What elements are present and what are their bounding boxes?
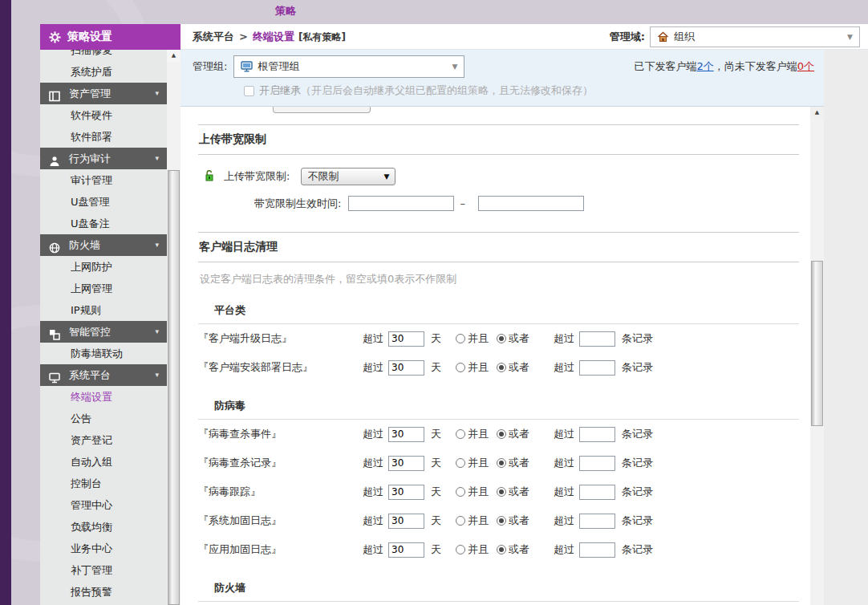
sidebar-item-16[interactable]: 终端设置 bbox=[40, 386, 167, 408]
or-radio[interactable] bbox=[497, 487, 506, 497]
sidebar-group-2[interactable]: 资产管理▾ bbox=[40, 83, 167, 104]
sidebar-scrollbar[interactable]: ▲ bbox=[167, 50, 180, 605]
bandwidth-limit-value: 不限制 bbox=[307, 169, 339, 184]
inherit-checkbox[interactable] bbox=[244, 86, 254, 96]
sidebar-item-11[interactable]: 上网管理 bbox=[40, 278, 167, 299]
deployed-count-link[interactable]: 2个 bbox=[696, 60, 713, 72]
sidebar-group-5[interactable]: 行为审计▾ bbox=[40, 148, 167, 169]
sidebar-item-0[interactable]: 扫描修复 bbox=[40, 50, 167, 61]
log-row: 『应用加固日志』超过天并且或者超过条记录 bbox=[198, 535, 799, 564]
and-radio[interactable] bbox=[456, 363, 465, 372]
sidebar-item-12[interactable]: IP规则 bbox=[40, 299, 167, 321]
chevron-down-icon: ▾ bbox=[155, 148, 159, 169]
sidebar-item-20[interactable]: 控制台 bbox=[40, 473, 167, 494]
sidebar-scrollbar-thumb[interactable] bbox=[168, 170, 180, 605]
chevron-down-icon: ▼ bbox=[847, 33, 853, 41]
chevron-down-icon: ▼ bbox=[452, 63, 457, 71]
days-input[interactable] bbox=[388, 456, 424, 471]
content-scrollbar-thumb[interactable] bbox=[811, 261, 823, 426]
sidebar-item-14[interactable]: 防毒墙联动 bbox=[40, 343, 167, 364]
records-input[interactable] bbox=[579, 514, 615, 529]
divider bbox=[198, 154, 799, 155]
sidebar-group-15[interactable]: 系统平台▾ bbox=[40, 364, 167, 386]
sidebar-item-17[interactable]: 公告 bbox=[40, 408, 167, 429]
records-input[interactable] bbox=[579, 331, 615, 347]
days-input[interactable] bbox=[388, 485, 424, 500]
domain-select[interactable]: 组织 ▼ bbox=[650, 26, 860, 47]
unlock-icon[interactable] bbox=[205, 170, 214, 184]
or-radio[interactable] bbox=[497, 516, 506, 526]
over-label: 超过 bbox=[554, 360, 574, 375]
or-radio[interactable] bbox=[497, 429, 506, 439]
days-input[interactable] bbox=[388, 331, 424, 347]
sidebar-header[interactable]: 策略设置 bbox=[40, 24, 180, 50]
sidebar-item-7[interactable]: U盘管理 bbox=[40, 191, 167, 213]
chevron-down-icon: ▾ bbox=[155, 321, 159, 343]
bandwidth-limit-select[interactable]: 不限制 ▼ bbox=[301, 168, 395, 185]
scroll-up-icon[interactable]: ▲ bbox=[167, 50, 180, 62]
or-radio[interactable] bbox=[497, 334, 506, 343]
sidebar-item-4[interactable]: 软件部署 bbox=[40, 126, 167, 148]
breadcrumb-current[interactable]: 终端设置 bbox=[253, 30, 294, 43]
log-cleanup-hint: 设定客户端日志表的清理条件，留空或填0表示不作限制 bbox=[200, 272, 799, 286]
sidebar-item-19[interactable]: 自动入组 bbox=[40, 451, 167, 473]
over-label: 超过 bbox=[363, 514, 383, 528]
and-radio[interactable] bbox=[456, 545, 465, 554]
undeployed-count-link[interactable]: 0个 bbox=[797, 60, 814, 72]
content-scrollbar[interactable]: ▲ bbox=[810, 107, 824, 605]
and-radio[interactable] bbox=[456, 516, 465, 526]
days-input[interactable] bbox=[388, 542, 424, 558]
records-input[interactable] bbox=[579, 542, 615, 558]
domain-label: 管理域: bbox=[610, 30, 645, 44]
log-group-title: 平台类 bbox=[214, 303, 799, 318]
scroll-up-icon[interactable]: ▲ bbox=[810, 107, 824, 119]
sidebar-item-21[interactable]: 管理中心 bbox=[40, 494, 167, 516]
and-radio[interactable] bbox=[456, 458, 465, 468]
sidebar-item-22[interactable]: 负载均衡 bbox=[40, 516, 167, 538]
records-input[interactable] bbox=[579, 360, 615, 376]
sidebar-group-13[interactable]: 智能管控▾ bbox=[40, 321, 167, 343]
sidebar-item-6[interactable]: 审计管理 bbox=[40, 169, 167, 191]
over-label: 超过 bbox=[554, 331, 574, 346]
and-radio[interactable] bbox=[456, 487, 465, 497]
records-input[interactable] bbox=[579, 485, 615, 500]
and-radio[interactable] bbox=[456, 334, 465, 343]
sidebar-item-10[interactable]: 上网防护 bbox=[40, 256, 167, 278]
days-input[interactable] bbox=[388, 514, 424, 529]
top-tab-label[interactable]: 策略 bbox=[275, 4, 296, 18]
group-label: 管理组: bbox=[193, 59, 227, 74]
records-input[interactable] bbox=[579, 427, 615, 442]
days-input[interactable] bbox=[388, 427, 424, 442]
sidebar-item-3[interactable]: 软件硬件 bbox=[40, 104, 167, 126]
and-radio[interactable] bbox=[456, 429, 465, 439]
or-radio[interactable] bbox=[497, 458, 506, 468]
breadcrumb-parent[interactable]: 系统平台 bbox=[193, 30, 234, 43]
home-icon bbox=[657, 31, 669, 43]
sidebar-group-9[interactable]: 防火墙▾ bbox=[40, 234, 167, 256]
sidebar-item-8[interactable]: U盘备注 bbox=[40, 213, 167, 234]
divider bbox=[198, 124, 799, 125]
or-radio[interactable] bbox=[497, 363, 506, 372]
sidebar-item-1[interactable]: 系统护盾 bbox=[40, 61, 167, 83]
days-input[interactable] bbox=[388, 360, 424, 376]
records-input[interactable] bbox=[579, 456, 615, 471]
or-label: 或者 bbox=[509, 456, 529, 470]
time-from-input[interactable] bbox=[348, 196, 454, 211]
or-label: 或者 bbox=[509, 427, 529, 441]
records-unit-label: 条记录 bbox=[622, 514, 653, 528]
or-radio[interactable] bbox=[497, 545, 506, 554]
time-to-input[interactable] bbox=[478, 196, 584, 211]
days-unit-label: 天 bbox=[431, 485, 441, 499]
group-select[interactable]: 根管理组 ▼ bbox=[233, 55, 464, 78]
sidebar-item-24[interactable]: 补丁管理 bbox=[40, 559, 167, 581]
layers-icon bbox=[49, 326, 61, 338]
days-unit-label: 天 bbox=[431, 331, 441, 346]
sidebar-item-18[interactable]: 资产登记 bbox=[40, 429, 167, 451]
log-row-label: 『应用加固日志』 bbox=[198, 542, 363, 557]
sidebar-item-25[interactable]: 报告预警 bbox=[40, 581, 167, 603]
sidebar-group-label: 行为审计 bbox=[69, 152, 111, 164]
sidebar-header-label: 策略设置 bbox=[67, 30, 112, 44]
gear-icon bbox=[49, 31, 61, 43]
chevron-down-icon: ▼ bbox=[383, 173, 389, 181]
sidebar-item-23[interactable]: 业务中心 bbox=[40, 538, 167, 559]
